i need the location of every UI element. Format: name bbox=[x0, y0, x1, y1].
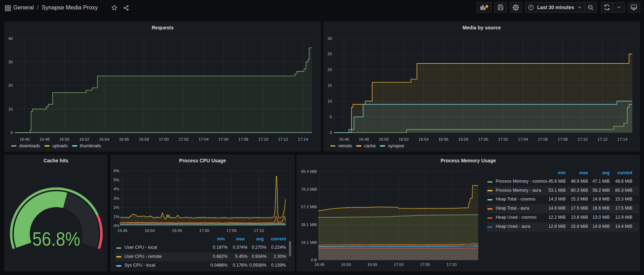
svg-text:17:08: 17:08 bbox=[238, 137, 248, 141]
svg-text:2%: 2% bbox=[113, 205, 119, 210]
svg-text:17:00: 17:00 bbox=[199, 228, 210, 233]
svg-text:30: 30 bbox=[327, 36, 332, 41]
svg-text:0: 0 bbox=[10, 131, 13, 135]
svg-text:4%: 4% bbox=[113, 187, 119, 191]
svg-text:17:10: 17:10 bbox=[254, 228, 264, 233]
svg-text:16:54: 16:54 bbox=[99, 137, 109, 141]
svg-text:15: 15 bbox=[327, 83, 332, 87]
svg-text:17:06: 17:06 bbox=[218, 137, 228, 141]
svg-text:16:50: 16:50 bbox=[59, 137, 70, 141]
svg-text:1%: 1% bbox=[113, 214, 119, 219]
svg-text:16:45: 16:45 bbox=[314, 262, 325, 267]
svg-text:16:48: 16:48 bbox=[40, 137, 50, 141]
svg-text:10: 10 bbox=[8, 107, 13, 111]
svg-text:17:10: 17:10 bbox=[578, 137, 588, 141]
svg-text:38.1 MiB: 38.1 MiB bbox=[301, 223, 317, 227]
svg-text:19.1 MiB: 19.1 MiB bbox=[301, 240, 317, 245]
svg-text:40: 40 bbox=[8, 36, 13, 41]
svg-text:16:46: 16:46 bbox=[339, 137, 349, 141]
svg-text:16:58: 16:58 bbox=[139, 137, 149, 141]
svg-text:25: 25 bbox=[327, 52, 332, 56]
svg-text:17:12: 17:12 bbox=[278, 137, 288, 141]
svg-text:10: 10 bbox=[327, 99, 332, 103]
svg-text:5%: 5% bbox=[113, 178, 119, 182]
svg-text:57.2 MiB: 57.2 MiB bbox=[301, 205, 317, 209]
svg-text:17:00: 17:00 bbox=[159, 137, 169, 141]
svg-text:17:00: 17:00 bbox=[478, 137, 488, 141]
svg-text:16:50: 16:50 bbox=[341, 262, 351, 267]
svg-text:17:05: 17:05 bbox=[420, 262, 430, 267]
svg-text:17:02: 17:02 bbox=[498, 137, 508, 141]
svg-text:16:56: 16:56 bbox=[119, 137, 129, 141]
svg-text:0: 0 bbox=[330, 131, 332, 135]
svg-text:0 B: 0 B bbox=[311, 258, 317, 262]
svg-text:16:52: 16:52 bbox=[399, 137, 409, 141]
svg-text:16:54: 16:54 bbox=[418, 137, 429, 141]
svg-text:16:48: 16:48 bbox=[359, 137, 369, 141]
svg-text:17:02: 17:02 bbox=[179, 137, 189, 141]
svg-text:17:14: 17:14 bbox=[617, 137, 628, 141]
svg-text:16:50: 16:50 bbox=[379, 137, 389, 141]
svg-text:16:50: 16:50 bbox=[145, 228, 155, 233]
svg-text:16:56: 16:56 bbox=[438, 137, 448, 141]
svg-text:16:52: 16:52 bbox=[79, 137, 90, 141]
svg-text:3%: 3% bbox=[113, 196, 119, 200]
svg-text:30: 30 bbox=[8, 60, 13, 64]
svg-text:16:46: 16:46 bbox=[20, 137, 30, 141]
svg-text:76.3 MiB: 76.3 MiB bbox=[301, 187, 317, 191]
svg-text:17:08: 17:08 bbox=[558, 137, 568, 141]
svg-text:17:06: 17:06 bbox=[538, 137, 548, 141]
svg-text:0%: 0% bbox=[113, 224, 119, 228]
svg-text:17:14: 17:14 bbox=[298, 137, 308, 141]
svg-text:20: 20 bbox=[8, 83, 13, 87]
svg-text:16:45: 16:45 bbox=[118, 228, 128, 233]
svg-text:17:00: 17:00 bbox=[394, 262, 404, 267]
svg-text:16:55: 16:55 bbox=[172, 228, 182, 233]
svg-text:17:05: 17:05 bbox=[227, 228, 237, 233]
svg-text:17:10: 17:10 bbox=[258, 137, 268, 141]
svg-text:17:10: 17:10 bbox=[446, 262, 457, 267]
svg-text:5: 5 bbox=[330, 115, 332, 119]
svg-text:20: 20 bbox=[327, 68, 332, 72]
svg-text:17:04: 17:04 bbox=[199, 137, 209, 141]
svg-text:16:58: 16:58 bbox=[458, 137, 468, 141]
svg-text:95.4 MiB: 95.4 MiB bbox=[301, 169, 317, 174]
svg-text:56.8%: 56.8% bbox=[33, 228, 80, 250]
svg-text:6%: 6% bbox=[113, 169, 119, 173]
svg-text:17:04: 17:04 bbox=[518, 137, 528, 141]
svg-text:16:55: 16:55 bbox=[367, 262, 377, 267]
svg-text:17:12: 17:12 bbox=[597, 137, 608, 141]
